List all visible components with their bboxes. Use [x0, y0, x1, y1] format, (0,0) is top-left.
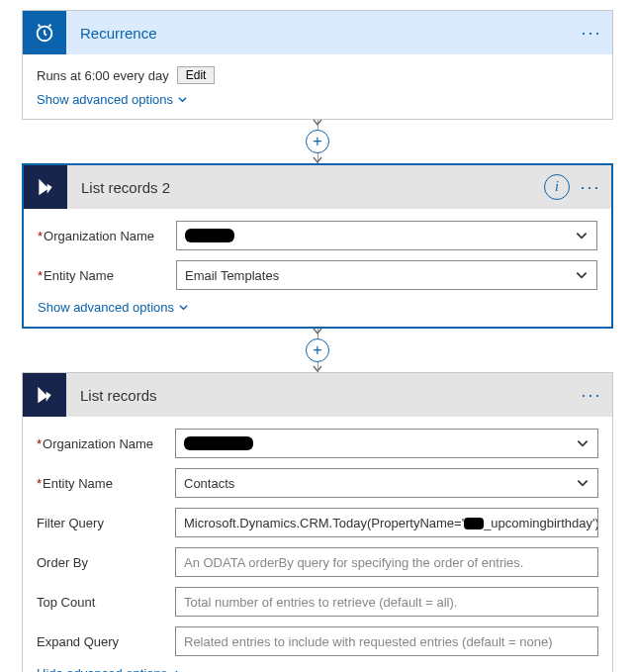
- list-records-title: List records: [66, 387, 577, 404]
- arrow-down-icon: [313, 119, 322, 127]
- org-name-select[interactable]: [176, 221, 597, 250]
- connector: +: [22, 329, 613, 372]
- recurrence-header[interactable]: Recurrence ···: [23, 11, 612, 54]
- order-by-placeholder: An ODATA orderBy query for specifying th…: [184, 555, 523, 570]
- list-records-2-body: Organization Name Entity Name Email Temp…: [24, 209, 611, 327]
- chevron-down-icon: [576, 436, 590, 450]
- entity-name-value: Email Templates: [185, 268, 279, 283]
- entity-name-label: Entity Name: [37, 476, 175, 491]
- list-records-2-menu-button[interactable]: ···: [576, 172, 605, 202]
- org-name-label: Organization Name: [38, 229, 176, 243]
- connector: +: [22, 120, 613, 163]
- list-records-menu-button[interactable]: ···: [577, 380, 606, 410]
- add-step-button[interactable]: +: [306, 130, 329, 153]
- expand-query-label: Expand Query: [37, 634, 175, 649]
- entity-name-select[interactable]: Email Templates: [176, 260, 597, 290]
- clock-icon: [23, 11, 66, 54]
- advanced-label: Show advanced options: [37, 92, 173, 107]
- list-records-card: List records ··· Organization Name Entit…: [22, 372, 613, 672]
- list-records-header[interactable]: List records ···: [23, 373, 612, 417]
- show-advanced-link[interactable]: Show advanced options: [38, 300, 189, 315]
- list-records-2-header[interactable]: List records 2 i ···: [24, 165, 611, 209]
- arrow-down-icon: [313, 365, 322, 373]
- top-count-label: Top Count: [37, 595, 175, 610]
- show-advanced-link[interactable]: Show advanced options: [37, 92, 188, 107]
- dynamics-icon: [24, 165, 67, 209]
- chevron-down-icon: [575, 268, 589, 282]
- redacted-value: [464, 518, 484, 529]
- order-by-label: Order By: [37, 555, 175, 570]
- recurrence-card: Recurrence ··· Runs at 6:00 every day Ed…: [22, 10, 613, 120]
- dynamics-icon: [23, 373, 66, 417]
- chevron-down-icon: [177, 94, 188, 105]
- arrow-down-icon: [313, 328, 322, 336]
- chevron-down-icon: [178, 302, 189, 313]
- entity-name-value: Contacts: [184, 476, 234, 491]
- recurrence-run-text: Runs at 6:00 every day: [37, 68, 169, 83]
- chevron-down-icon: [576, 476, 590, 490]
- chevron-up-icon: [171, 668, 182, 672]
- filter-query-label: Filter Query: [37, 516, 175, 530]
- expand-query-placeholder: Related entries to include with requeste…: [184, 634, 553, 649]
- redacted-value: [184, 436, 253, 450]
- top-count-input[interactable]: Total number of entries to retrieve (def…: [175, 587, 598, 617]
- advanced-label: Show advanced options: [38, 300, 174, 315]
- recurrence-menu-button[interactable]: ···: [577, 18, 606, 48]
- recurrence-body: Runs at 6:00 every day Edit Show advance…: [23, 54, 612, 119]
- filter-query-value: Microsoft.Dynamics.CRM.Today(PropertyNam…: [184, 516, 598, 530]
- arrow-down-icon: [313, 156, 322, 164]
- list-records-body: Organization Name Entity Name Contacts F…: [23, 417, 612, 672]
- redacted-value: [185, 229, 234, 242]
- org-name-label: Organization Name: [37, 436, 175, 451]
- entity-name-label: Entity Name: [38, 268, 176, 283]
- edit-button[interactable]: Edit: [177, 66, 216, 84]
- recurrence-title: Recurrence: [66, 25, 577, 42]
- chevron-down-icon: [575, 229, 589, 242]
- list-records-2-title: List records 2: [67, 179, 544, 196]
- filter-query-input[interactable]: Microsoft.Dynamics.CRM.Today(PropertyNam…: [175, 508, 598, 537]
- top-count-placeholder: Total number of entries to retrieve (def…: [184, 595, 457, 610]
- entity-name-select[interactable]: Contacts: [175, 468, 598, 498]
- expand-query-input[interactable]: Related entries to include with requeste…: [175, 626, 598, 656]
- order-by-input[interactable]: An ODATA orderBy query for specifying th…: [175, 547, 598, 577]
- add-step-button[interactable]: +: [306, 338, 329, 362]
- advanced-label: Hide advanced options: [37, 666, 167, 672]
- hide-advanced-link[interactable]: Hide advanced options: [37, 666, 182, 672]
- list-records-2-card: List records 2 i ··· Organization Name E…: [22, 163, 613, 329]
- org-name-select[interactable]: [175, 429, 598, 458]
- info-button[interactable]: i: [544, 174, 570, 200]
